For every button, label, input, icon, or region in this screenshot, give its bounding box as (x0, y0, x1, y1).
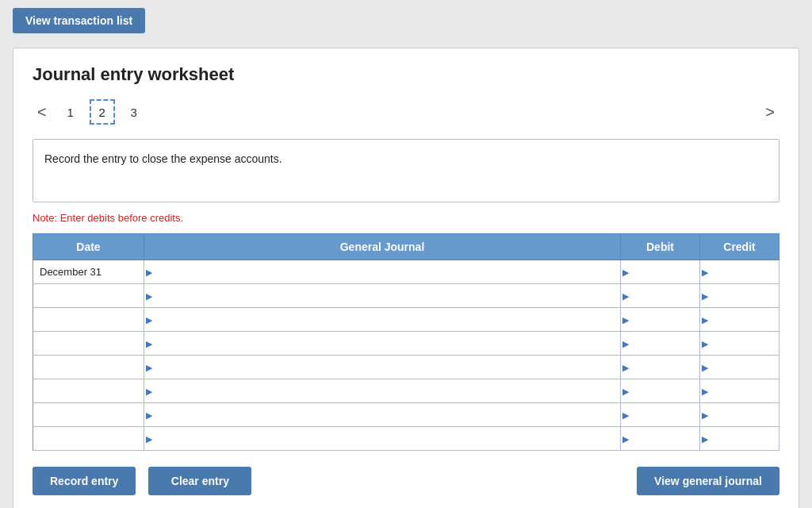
debit-input-0[interactable] (621, 260, 699, 283)
journal-cell-1: ▶ (144, 284, 621, 308)
date-cell-5 (33, 379, 144, 403)
step-2[interactable]: 2 (90, 99, 115, 125)
credit-cell-1: ▶ (700, 284, 779, 308)
credit-input-0[interactable] (700, 260, 779, 283)
debit-cell-4: ▶ (621, 356, 700, 379)
credit-cell-4: ▶ (700, 356, 779, 379)
step-nav: < 1 2 3 > (33, 99, 779, 125)
header-date: Date (33, 234, 144, 260)
table-header-row: Date General Journal Debit Credit (33, 234, 779, 260)
date-cell-6 (33, 403, 144, 427)
view-general-journal-button[interactable]: View general journal (637, 467, 779, 495)
debit-cell-5: ▶ (621, 379, 700, 403)
debit-cell-1: ▶ (621, 284, 700, 308)
journal-input-6[interactable] (144, 403, 620, 426)
card-title: Journal entry worksheet (33, 64, 779, 85)
debit-input-4[interactable] (621, 356, 699, 379)
table-row: ▶▶▶ (33, 379, 779, 403)
next-step-arrow[interactable]: > (760, 102, 779, 123)
debit-cell-0: ▶ (621, 260, 700, 284)
journal-input-1[interactable] (144, 284, 620, 307)
prev-step-arrow[interactable]: < (33, 102, 52, 123)
journal-cell-0: ▶ (144, 260, 621, 284)
journal-input-4[interactable] (144, 356, 620, 379)
journal-entry-card: Journal entry worksheet < 1 2 3 > Record… (13, 48, 799, 508)
credit-cell-5: ▶ (700, 379, 779, 403)
credit-input-4[interactable] (700, 356, 779, 379)
debit-cell-3: ▶ (621, 332, 700, 356)
journal-cell-2: ▶ (144, 308, 621, 332)
description-box: Record the entry to close the expense ac… (33, 139, 779, 202)
table-row: ▶▶▶ (33, 332, 779, 356)
credit-input-7[interactable] (700, 427, 779, 450)
table-row: ▶▶▶ (33, 403, 779, 427)
header-credit: Credit (700, 234, 779, 260)
credit-cell-7: ▶ (700, 427, 779, 451)
debit-input-6[interactable] (621, 403, 699, 426)
table-row: ▶▶▶ (33, 308, 779, 332)
credit-input-2[interactable] (700, 308, 779, 331)
date-cell-2 (33, 308, 144, 332)
debit-input-3[interactable] (621, 332, 699, 355)
date-cell-0: December 31 (33, 260, 144, 284)
table-row: ▶▶▶ (33, 427, 779, 451)
journal-table: Date General Journal Debit Credit Decemb… (33, 233, 779, 451)
date-cell-4 (33, 356, 144, 379)
credit-cell-0: ▶ (700, 260, 779, 284)
credit-cell-3: ▶ (700, 332, 779, 356)
date-cell-7 (33, 427, 144, 451)
journal-input-7[interactable] (144, 427, 620, 450)
credit-input-5[interactable] (700, 379, 779, 402)
credit-cell-2: ▶ (700, 308, 779, 332)
journal-cell-5: ▶ (144, 379, 621, 403)
debit-input-5[interactable] (621, 379, 699, 402)
clear-entry-button[interactable]: Clear entry (148, 467, 251, 495)
journal-input-3[interactable] (144, 332, 620, 355)
view-transaction-button[interactable]: View transaction list (13, 8, 145, 33)
credit-input-6[interactable] (700, 403, 779, 426)
journal-cell-3: ▶ (144, 332, 621, 356)
debit-input-1[interactable] (621, 284, 699, 307)
debit-cell-2: ▶ (621, 308, 700, 332)
credit-cell-6: ▶ (700, 403, 779, 427)
note-text: Note: Enter debits before credits. (33, 212, 779, 224)
journal-cell-4: ▶ (144, 356, 621, 379)
journal-input-0[interactable] (144, 260, 620, 283)
table-row: ▶▶▶ (33, 284, 779, 308)
step-3[interactable]: 3 (121, 99, 147, 125)
table-row: ▶▶▶ (33, 356, 779, 379)
debit-input-7[interactable] (621, 427, 699, 450)
header-general-journal: General Journal (144, 234, 621, 260)
top-bar: View transaction list (0, 0, 812, 41)
journal-cell-7: ▶ (144, 427, 621, 451)
debit-cell-6: ▶ (621, 403, 700, 427)
table-row: December 31▶▶▶ (33, 260, 779, 284)
debit-input-2[interactable] (621, 308, 699, 331)
journal-cell-6: ▶ (144, 403, 621, 427)
bottom-buttons: Record entry Clear entry View general jo… (33, 467, 779, 495)
credit-input-1[interactable] (700, 284, 779, 307)
date-cell-1 (33, 284, 144, 308)
debit-cell-7: ▶ (621, 427, 700, 451)
step-1[interactable]: 1 (58, 99, 83, 125)
record-entry-button[interactable]: Record entry (33, 467, 136, 495)
header-debit: Debit (621, 234, 700, 260)
credit-input-3[interactable] (700, 332, 779, 355)
journal-input-5[interactable] (144, 379, 620, 402)
journal-input-2[interactable] (144, 308, 620, 331)
date-cell-3 (33, 332, 144, 356)
